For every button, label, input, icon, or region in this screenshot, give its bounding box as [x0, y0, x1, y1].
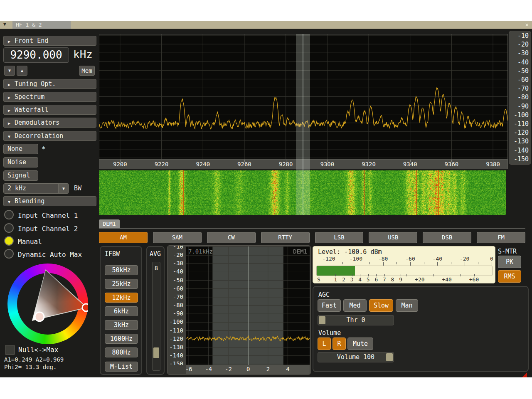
resize-corner-icon[interactable] [522, 372, 527, 377]
mode-button-fm[interactable]: FM [477, 232, 525, 243]
s-unit-label: 3 [350, 276, 354, 283]
agc-fast-button[interactable]: Fast [318, 299, 341, 312]
mode-button-am[interactable]: AM [99, 232, 148, 243]
s-unit-tick [376, 274, 377, 276]
saturation-triangle[interactable] [7, 264, 88, 344]
s-unit-tick [401, 274, 401, 276]
freq-down-button[interactable]: ▼ [4, 66, 15, 76]
dbm-axis-label: -110 [514, 120, 529, 128]
decorrelation-bw-select[interactable]: 2 kHz▼ [3, 183, 69, 194]
agc-slow-button[interactable]: Slow [369, 299, 393, 312]
ifbw-button-m-list[interactable]: M-List [105, 362, 138, 372]
s-unit-label: 8 [391, 276, 394, 283]
hue-handle[interactable] [82, 304, 88, 311]
radio-selected-icon [4, 236, 14, 246]
demod-spectrum-plot[interactable]: 7.01kHz DEM1 [186, 246, 310, 365]
db-over-s9-label: +60 [469, 276, 479, 283]
ifbw-button-1600hz[interactable]: 1600Hz [105, 334, 138, 344]
window-title[interactable]: HF 1 & 2 [12, 21, 71, 29]
mode-button-usb[interactable]: USB [369, 232, 417, 243]
avg-slider-handle[interactable] [153, 347, 159, 358]
ifbw-panel: IFBW 50kHz25kHz12kHz6kHz3kHz1600Hz800HzM… [100, 246, 142, 375]
db-scale-tick [474, 274, 475, 276]
dbm-scale-label: -80 [378, 256, 388, 262]
ifbw-button-6khz[interactable]: 6kHz [105, 306, 138, 316]
radio-dynamic-auto-max[interactable]: Dynamic Auto Max [4, 249, 82, 259]
peak-mode-button[interactable]: PK [498, 256, 521, 268]
ifbw-button-3khz[interactable]: 3kHz [105, 320, 138, 330]
avg-value: 8 [153, 265, 160, 271]
ifbw-button-12khz[interactable]: 12kHz [105, 293, 138, 303]
section-blending[interactable]: ▼Blending [3, 196, 96, 206]
mode-button-lsb[interactable]: LSB [315, 232, 364, 243]
close-icon[interactable]: ✕ [525, 21, 529, 28]
demod-dbm-label: -80 [173, 302, 183, 308]
title-bar: ▼ HF 1 & 2 ✕ [0, 21, 532, 29]
dbm-axis-label: -20 [517, 41, 529, 48]
freq-up-button[interactable]: ▲ [17, 66, 27, 76]
s-unit-tick [344, 274, 344, 276]
null-max-checkbox[interactable] [5, 345, 15, 355]
section-decorrelation[interactable]: ▼Decorrelation [3, 131, 96, 141]
chevron-down-icon[interactable]: ▼ [58, 184, 69, 193]
section-tuning-opt[interactable]: ▶Tuning Opt. [3, 79, 96, 89]
tuning-passband-overlay[interactable] [296, 34, 310, 215]
radio-input-channel-1[interactable]: Input Channel 1 [4, 210, 78, 220]
demod-dbm-label: -60 [173, 285, 183, 292]
agc-man-button[interactable]: Man [396, 299, 418, 312]
collapse-icon[interactable]: ▼ [3, 22, 6, 27]
decorrelation-noise-button[interactable]: Noise [3, 157, 38, 167]
rms-mode-button[interactable]: RMS [498, 270, 521, 283]
decorrelation-active-marker: * [42, 145, 46, 153]
decorrelation-none-button[interactable]: None [3, 144, 38, 154]
agc-threshold-slider[interactable]: Thr 0 [318, 315, 394, 325]
radio-manual[interactable]: Manual [4, 236, 42, 246]
radio-icon [4, 249, 14, 259]
mode-button-sam[interactable]: SAM [153, 232, 202, 243]
mem-button[interactable]: Mem [79, 66, 95, 76]
radio-label: Input Channel 1 [18, 212, 78, 219]
freq-axis-label: 9320 [362, 161, 376, 167]
demod-spectrum-panel: -10-20-30-40-50-60-70-80-90-100-110-120-… [167, 245, 311, 375]
mode-button-cw[interactable]: CW [207, 232, 256, 243]
section-front-end[interactable]: ▶Front End [3, 36, 96, 46]
frequency-display[interactable]: 9290.000 [3, 47, 69, 63]
dbm-scale-tick [342, 262, 343, 264]
dbm-scale-label: -60 [405, 256, 415, 262]
ifbw-button-800hz[interactable]: 800Hz [105, 347, 138, 357]
agc-med-button[interactable]: Med [343, 299, 367, 312]
avg-slider-track[interactable]: 8 [152, 262, 160, 371]
dbm-axis-label: -70 [517, 85, 529, 92]
freq-axis-label: 9380 [486, 161, 500, 167]
section-spectrum[interactable]: ▶Spectrum [3, 92, 96, 102]
tab-dem1[interactable]: DEM1 [99, 219, 120, 228]
volume-right-button[interactable]: R [332, 337, 346, 350]
demod-dbm-label: -50 [173, 277, 183, 283]
demod-bandwidth-readout: 7.01kHz [188, 248, 213, 255]
mute-button[interactable]: Mute [347, 337, 373, 350]
saturation-handle[interactable] [35, 312, 44, 321]
mode-button-rtty[interactable]: RTTY [261, 232, 310, 243]
s-unit-label: 6 [374, 276, 378, 283]
volume-left-button[interactable]: L [318, 337, 331, 350]
volume-slider-handle[interactable] [386, 353, 393, 361]
freq-axis-label: 9280 [279, 161, 293, 167]
mode-button-dsb[interactable]: DSB [423, 232, 471, 243]
ifbw-button-25khz[interactable]: 25kHz [105, 279, 138, 289]
volume-slider[interactable]: Volume 100 [318, 352, 394, 362]
dbm-scale-label: -20 [460, 256, 469, 262]
volume-title: Volume [318, 329, 341, 337]
dbm-scale-tick [356, 262, 356, 266]
section-label: Front End [15, 37, 48, 44]
ifbw-button-50khz[interactable]: 50kHz [105, 265, 138, 275]
section-label: Demodulators [15, 119, 59, 126]
section-waterfall[interactable]: ▶Waterfall [3, 105, 96, 115]
agc-threshold-handle[interactable] [319, 316, 325, 324]
radio-input-channel-2[interactable]: Input Channel 2 [4, 223, 78, 233]
section-demodulators[interactable]: ▶Demodulators [3, 118, 96, 128]
hue-color-wheel[interactable] [7, 264, 88, 344]
calibration-phase: Phi2= 13.3 deg. [4, 364, 57, 370]
decorrelation-signal-button[interactable]: Signal [3, 170, 38, 181]
section-label: Waterfall [15, 106, 48, 113]
dbm-scale-tick [383, 262, 384, 266]
